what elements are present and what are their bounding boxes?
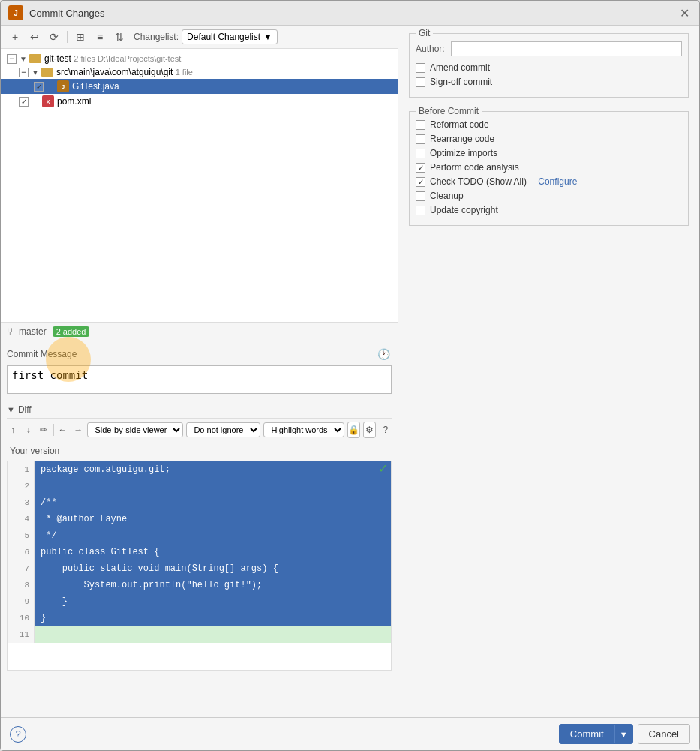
diff-toolbar: ↑ ↓ ✏ ← → Side-by-side viewer Do not ign…: [7, 418, 392, 441]
gittest-filename: GitTest.java: [72, 81, 119, 92]
add-button[interactable]: +: [7, 29, 23, 45]
gittest-java-item[interactable]: J GitTest.java: [1, 79, 398, 94]
reformat-label: Reformat code: [430, 119, 489, 130]
copyright-label: Update copyright: [430, 205, 498, 215]
cleanup-row: Cleanup: [416, 191, 682, 201]
code-line-1: 1 package com.atguigu.git;: [8, 461, 391, 478]
close-button[interactable]: ✕: [677, 5, 692, 20]
amend-commit-row: Amend commit: [416, 62, 682, 73]
status-bar: ⑂ master 2 added: [1, 322, 398, 341]
analyze-checkbox[interactable]: [416, 163, 425, 173]
commit-msg-label: Commit Message: [7, 349, 77, 359]
code-line-9: 9 }: [8, 593, 391, 610]
sign-off-row: Sign-off commit: [416, 77, 682, 87]
gittest-checkbox[interactable]: [34, 82, 44, 92]
analyze-row: Perform code analysis: [416, 162, 682, 173]
prev-diff-btn[interactable]: ←: [56, 422, 69, 438]
bottom-bar: ? Commit ▼ Cancel: [1, 717, 699, 750]
dialog-title: Commit Changes: [29, 8, 104, 19]
tree-root[interactable]: ▼ git-test 2 files D:\IdeaProjects\git-t…: [1, 52, 398, 65]
code-line-7: 7 public static void main(String[] args)…: [8, 560, 391, 577]
check-mark-icon: ✓: [378, 461, 388, 476]
todo-checkbox[interactable]: [416, 177, 425, 187]
lock-btn[interactable]: 🔒: [347, 422, 360, 438]
src-arrow: ▼: [32, 68, 39, 77]
group-button[interactable]: ⊞: [72, 29, 89, 45]
cleanup-label: Cleanup: [430, 191, 464, 201]
app-icon: J: [8, 5, 23, 20]
ignore-select[interactable]: Do not ignore: [186, 422, 260, 437]
copyright-row: Update copyright: [416, 205, 682, 215]
viewer-select[interactable]: Side-by-side viewer: [87, 422, 183, 437]
commit-message-input[interactable]: first commit: [7, 365, 392, 394]
diff-sep-1: [53, 424, 54, 436]
root-meta: 2 files: [74, 54, 98, 63]
history-button[interactable]: 🕐: [375, 346, 392, 362]
code-line-4: 4 * @author Layne: [8, 511, 391, 527]
undo-button[interactable]: ↩: [26, 29, 43, 45]
refresh-button[interactable]: ⟳: [46, 29, 62, 45]
pom-xml-item[interactable]: X pom.xml: [1, 94, 398, 109]
scroll-up-btn[interactable]: ↑: [7, 422, 20, 438]
author-input[interactable]: [451, 41, 682, 56]
right-panel: Git Author: Amend commit Sign-off commit…: [398, 26, 699, 717]
sign-off-label: Sign-off commit: [430, 77, 492, 87]
src-checkbox[interactable]: [19, 68, 29, 77]
scroll-down-btn[interactable]: ↓: [23, 422, 35, 438]
reformat-checkbox[interactable]: [416, 120, 425, 130]
help-diff-btn[interactable]: ?: [379, 422, 392, 438]
next-diff-btn[interactable]: →: [72, 422, 85, 438]
analyze-label: Perform code analysis: [430, 162, 519, 173]
title-bar: J Commit Changes ✕: [1, 1, 699, 26]
root-folder-icon: [29, 54, 41, 63]
pom-checkbox[interactable]: [19, 97, 29, 107]
amend-commit-label: Amend commit: [430, 62, 490, 73]
java-file-icon: J: [57, 80, 69, 92]
root-checkbox[interactable]: [7, 54, 17, 64]
expand-button[interactable]: ≡: [92, 29, 108, 45]
cancel-button[interactable]: Cancel: [638, 724, 690, 744]
amend-commit-checkbox[interactable]: [416, 63, 425, 73]
src-meta: 1 file: [176, 68, 193, 77]
code-line-5: 5 */: [8, 527, 391, 544]
optimize-row: Optimize imports: [416, 148, 682, 158]
rearrange-row: Rearrange code: [416, 134, 682, 144]
sort-button[interactable]: ⇅: [111, 29, 128, 45]
xml-file-icon: X: [42, 95, 54, 107]
sign-off-checkbox[interactable]: [416, 77, 425, 87]
cleanup-checkbox[interactable]: [416, 191, 425, 201]
diff-arrow: ▼: [7, 405, 15, 414]
highlight-select[interactable]: Highlight words: [263, 422, 344, 437]
author-row: Author:: [416, 41, 682, 56]
configure-link[interactable]: Configure: [538, 176, 577, 187]
commit-dropdown-btn[interactable]: ▼: [614, 725, 632, 743]
diff-header: ▼ Diff: [7, 404, 392, 415]
pom-filename: pom.xml: [57, 96, 91, 107]
commit-split-button: Commit ▼: [559, 724, 633, 744]
root-name: git-test: [44, 53, 71, 64]
src-folder[interactable]: ▼ src\main\java\com\atguigu\git 1 file: [1, 65, 398, 79]
changelist-select[interactable]: Default Changelist ▼: [182, 29, 278, 44]
help-button[interactable]: ?: [10, 726, 26, 743]
author-label: Author:: [416, 44, 445, 54]
root-path: D:\IdeaProjects\git-test: [98, 54, 181, 63]
git-wrapper: Git Author: Amend commit Sign-off commit: [409, 33, 689, 98]
rearrange-label: Rearrange code: [430, 134, 494, 144]
left-panel: + ↩ ⟳ ⊞ ≡ ⇅ Changelist: Default Changeli…: [1, 26, 398, 717]
todo-label: Check TODO (Show All): [430, 176, 527, 187]
edit-btn[interactable]: ✏: [38, 422, 50, 438]
git-section-label: Git: [416, 28, 433, 38]
commit-msg-header: Commit Message 🕐: [7, 346, 392, 362]
commit-button[interactable]: Commit: [560, 725, 614, 743]
code-content: 1 package com.atguigu.git; 2 3 /** 4: [8, 461, 391, 643]
diff-section: ▼ Diff ↑ ↓ ✏ ← → Side-by-side viewer Do …: [1, 401, 398, 444]
code-line-6: 6 public class GitTest {: [8, 544, 391, 560]
code-line-3: 3 /**: [8, 494, 391, 511]
rearrange-checkbox[interactable]: [416, 134, 425, 144]
changelist-label: Changelist:: [134, 32, 179, 42]
settings-btn[interactable]: ⚙: [363, 422, 376, 438]
dropdown-arrow-icon: ▼: [263, 32, 272, 42]
copyright-checkbox[interactable]: [416, 206, 425, 215]
optimize-checkbox[interactable]: [416, 149, 425, 158]
reformat-row: Reformat code: [416, 119, 682, 130]
